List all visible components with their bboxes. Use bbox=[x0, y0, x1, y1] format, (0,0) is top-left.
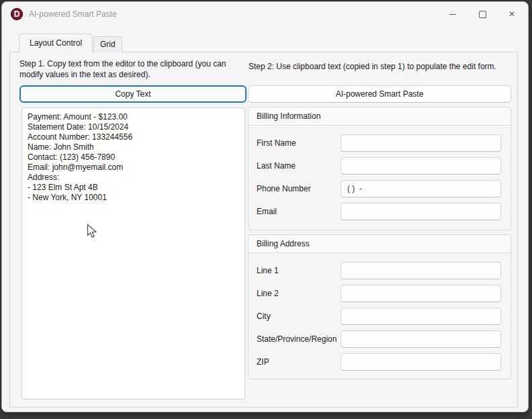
editor-line: Address: bbox=[28, 173, 239, 183]
editor-line: Name: John Smith bbox=[28, 142, 239, 152]
billing-information-group: Billing Information First Name Last Name… bbox=[248, 107, 511, 230]
app-window: D AI-powered Smart Paste ✕ Layout Contro… bbox=[1, 1, 529, 412]
city-label: City bbox=[257, 312, 341, 321]
title-bar: D AI-powered Smart Paste ✕ bbox=[2, 2, 528, 26]
state-province-region-label: State/Province/Region bbox=[257, 334, 341, 344]
field-row-line1: Line 1 bbox=[257, 262, 501, 279]
close-icon: ✕ bbox=[508, 9, 515, 19]
editor-line: - 123 Elm St Apt 4B bbox=[28, 183, 239, 193]
editor-line: Statement Date: 10/15/2024 bbox=[28, 122, 239, 132]
email-label: Email bbox=[257, 207, 341, 216]
field-row-last-name: Last Name bbox=[257, 157, 501, 175]
maximize-button[interactable] bbox=[468, 3, 497, 25]
phone-number-input[interactable] bbox=[341, 180, 501, 197]
field-row-phone-number: Phone Number bbox=[257, 180, 501, 197]
email-input[interactable] bbox=[341, 203, 501, 220]
editor-line: - New York, NY 10001 bbox=[28, 193, 239, 203]
editor-line: Payment: Amount - $123.00 bbox=[28, 112, 239, 122]
field-row-first-name: First Name bbox=[257, 134, 501, 152]
field-row-state: State/Province/Region bbox=[257, 330, 501, 348]
phone-number-label: Phone Number bbox=[257, 184, 341, 193]
copy-text-button[interactable]: Copy Text bbox=[19, 85, 247, 103]
step1-instructions: Step 1. Copy text from the editor to the… bbox=[19, 58, 251, 80]
maximize-icon bbox=[479, 11, 486, 18]
app-logo-icon: D bbox=[11, 8, 23, 20]
billing-address-caption: Billing Address bbox=[249, 235, 511, 253]
line2-label: Line 2 bbox=[257, 289, 341, 298]
clipboard-text-editor[interactable]: Payment: Amount - $123.00 Statement Date… bbox=[21, 107, 245, 400]
zip-input[interactable] bbox=[341, 353, 501, 371]
tab-layout-control[interactable]: Layout Control bbox=[19, 34, 93, 52]
last-name-input[interactable] bbox=[341, 157, 501, 175]
editor-line: Email: john@myemail.com bbox=[28, 162, 239, 173]
minimize-icon bbox=[449, 14, 456, 15]
billing-information-caption: Billing Information bbox=[249, 107, 511, 126]
editor-line: Account Number: 133244556 bbox=[28, 132, 239, 142]
city-input[interactable] bbox=[341, 308, 501, 325]
billing-address-group: Billing Address Line 1 Line 2 City State… bbox=[248, 234, 511, 379]
last-name-label: Last Name bbox=[257, 161, 341, 171]
step2-instructions: Step 2: Use clipboard text (copied in st… bbox=[249, 61, 517, 72]
editor-line: Contact: (123) 456-7890 bbox=[28, 152, 239, 162]
window-title: AI-powered Smart Paste bbox=[29, 9, 117, 19]
field-row-city: City bbox=[257, 308, 501, 325]
close-button[interactable]: ✕ bbox=[497, 3, 527, 25]
line1-label: Line 1 bbox=[257, 266, 341, 275]
smart-paste-button[interactable]: AI-powered Smart Paste bbox=[248, 85, 511, 103]
first-name-input[interactable] bbox=[341, 134, 501, 152]
minimize-button[interactable] bbox=[438, 3, 468, 25]
zip-label: ZIP bbox=[257, 357, 341, 367]
field-row-line2: Line 2 bbox=[257, 285, 501, 302]
tab-grid[interactable]: Grid bbox=[93, 36, 122, 52]
window-controls: ✕ bbox=[438, 3, 527, 25]
field-row-zip: ZIP bbox=[257, 353, 501, 371]
line1-input[interactable] bbox=[341, 262, 501, 279]
line2-input[interactable] bbox=[341, 285, 501, 302]
first-name-label: First Name bbox=[257, 138, 341, 148]
field-row-email: Email bbox=[257, 203, 501, 220]
state-province-region-input[interactable] bbox=[341, 330, 501, 348]
